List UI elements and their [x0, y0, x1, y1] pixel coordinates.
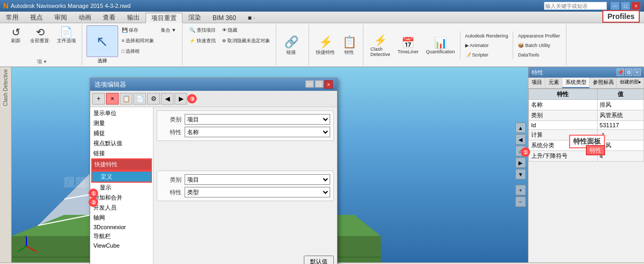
tab-chakan[interactable]: 查看: [97, 12, 121, 23]
pan-down-btn[interactable]: ▼: [515, 169, 526, 180]
btn-find-project[interactable]: 🔍 查找项目: [187, 25, 218, 35]
dialog-paste-btn[interactable]: 📄: [133, 93, 146, 105]
btn-hide[interactable]: 👁 隐藏: [219, 25, 273, 35]
tab-shidian[interactable]: 视点: [24, 12, 49, 23]
tree-item[interactable]: 3Dconnexior: [91, 223, 152, 231]
tree-item[interactable]: 附加和合并: [91, 193, 152, 203]
pan-home-btn[interactable]: ⌂: [515, 146, 526, 156]
dialog-min-btn[interactable]: ─: [305, 80, 314, 88]
pan-left-btn[interactable]: ◀: [515, 134, 526, 145]
spacer: [157, 145, 334, 166]
pan-up-btn[interactable]: ▲: [515, 122, 526, 133]
table-row: 计算-1: [529, 130, 644, 140]
panel-pin-btn[interactable]: 📌: [617, 69, 624, 76]
dialog-settings-btn[interactable]: ⚙: [147, 93, 160, 105]
tree-item[interactable]: 视点默认值: [91, 138, 152, 148]
options-editor-dialog[interactable]: 选项编辑器 ─ □ × + × 📋 📄 ⚙ ◀ ▶ ③: [90, 78, 338, 264]
btn-scripter[interactable]: 📝 Scripter: [463, 51, 511, 59]
panel-tab-xitong[interactable]: 系统类型: [562, 78, 589, 88]
btn-quantification[interactable]: 📊 Quantification: [424, 35, 458, 56]
tree-item[interactable]: ViewCube: [91, 241, 152, 250]
table-row: 上升/下降符号4: [529, 151, 644, 162]
select-prop1[interactable]: 名称: [185, 127, 330, 137]
btn-properties[interactable]: 📋 特性: [339, 34, 360, 58]
panel-tab-yuansu[interactable]: 元素: [545, 78, 562, 88]
dialog-next-btn[interactable]: ▶: [175, 93, 187, 105]
btn-appearance-profiler[interactable]: Appearance Profiler: [515, 32, 563, 40]
tab-donghua[interactable]: 动画: [73, 12, 97, 23]
tree-item[interactable]: 定义: [91, 171, 152, 183]
panel-tab-chuangjian[interactable]: 创建的部▸: [617, 78, 644, 88]
prop-key: 名称: [529, 100, 598, 110]
tree-item[interactable]: 捕捉: [91, 128, 152, 138]
dialog-add-btn[interactable]: +: [92, 93, 105, 105]
panel-float-btn[interactable]: ⧉: [625, 69, 632, 76]
svg-text:Z: Z: [25, 235, 27, 238]
zoom-in-btn[interactable]: +: [515, 185, 526, 195]
btn-cancel-hide[interactable]: ⊗ 取消隐藏未选定对象: [219, 36, 273, 46]
search-input[interactable]: [544, 2, 607, 10]
btn-select-box[interactable]: □ 选择框: [119, 46, 157, 56]
tab-bim360[interactable]: BIM 360: [207, 12, 242, 23]
panel-tab-cankao[interactable]: 参照标高: [590, 78, 617, 88]
tree-item[interactable]: 测量: [91, 118, 152, 128]
svg-text:X: X: [36, 249, 37, 254]
btn-file-options[interactable]: 📄 文件选项: [54, 25, 79, 46]
dialog-max-btn[interactable]: □: [315, 80, 323, 88]
zoom-out-btn[interactable]: −: [515, 196, 526, 207]
panel-close-btn[interactable]: ×: [633, 69, 641, 76]
btn-select[interactable]: ↖: [86, 25, 118, 57]
tab-extra[interactable]: ■ ·: [242, 12, 261, 23]
dialog-copy-btn[interactable]: 📋: [120, 93, 132, 105]
select-prop2[interactable]: 类型: [185, 187, 330, 197]
tree-item[interactable]: 导航栏: [91, 231, 152, 241]
close-btn[interactable]: ×: [631, 2, 641, 10]
pan-right-btn[interactable]: ▶: [515, 157, 526, 168]
dialog-close-btn[interactable]: ×: [324, 80, 333, 89]
dialog-delete-btn[interactable]: ×: [106, 93, 119, 105]
timeliner-icon: 📅: [401, 36, 415, 49]
tab-xiangmu[interactable]: 项目重置: [146, 13, 182, 23]
btn-select-same[interactable]: ≡ 选择相同对象: [119, 36, 157, 46]
tab-shenyue[interactable]: 审阅: [49, 12, 73, 23]
btn-datatools[interactable]: DataTools: [515, 51, 563, 59]
form-group-2: 类别 项目 特性 类型: [157, 171, 334, 201]
title-bar: N Autodesk Navisworks Manage 2015 4-3-2.…: [0, 0, 644, 12]
form-row-category1: 类别 项目: [160, 114, 330, 125]
tree-item[interactable]: 快捷特性: [91, 158, 152, 171]
dialog-body: 显示单位测量捕捉视点默认值链接快捷特性定义显示附加和合并开发人员轴网3Dconn…: [90, 107, 337, 264]
btn-clash[interactable]: ⚡ ClashDetective: [368, 32, 393, 59]
btn-link[interactable]: 🔗 链接: [281, 34, 302, 58]
btn-timeliner[interactable]: 📅 TimeLiner: [395, 35, 421, 56]
panel-tab-xiangmu[interactable]: 项目: [528, 78, 545, 88]
btn-autodesk-rendering[interactable]: Autodesk Rendering: [463, 32, 511, 40]
tab-changyong[interactable]: 常用: [0, 12, 24, 23]
dialog-prev-btn[interactable]: ◀: [161, 93, 174, 105]
dialog-title-text: 选项编辑器: [94, 80, 126, 89]
select-category1[interactable]: 项目: [185, 114, 330, 125]
default-btn[interactable]: 默认值: [304, 256, 334, 264]
tab-shuchu[interactable]: 输出: [121, 12, 146, 23]
btn-batch-utility[interactable]: 📦 Batch Utility: [515, 41, 563, 50]
btn-quick-props[interactable]: ⚡ 快捷特性: [313, 34, 338, 58]
tree-item[interactable]: 显示单位: [91, 108, 152, 118]
btn-quick-find[interactable]: ⚡ 快速查找: [187, 36, 218, 46]
tree-item[interactable]: 链接: [91, 148, 152, 158]
tab-xuanran[interactable]: 渲染: [182, 12, 207, 23]
tree-item[interactable]: 轴网: [91, 213, 152, 223]
prop-col-name: 特性: [529, 89, 598, 100]
select-category2[interactable]: 项目: [185, 174, 330, 185]
prop-value: 4: [597, 151, 643, 162]
label-category2: 类别: [160, 176, 181, 184]
btn-collection[interactable]: 集合 ▼: [158, 25, 179, 35]
btn-save-viewpoint[interactable]: 💾 保存: [119, 25, 157, 35]
btn-refresh[interactable]: ↺ 刷新: [5, 25, 26, 46]
prop-key: 类别: [529, 110, 598, 121]
minimize-btn[interactable]: ─: [610, 2, 620, 10]
btn-reset-all[interactable]: ⟲ 全部重置·: [27, 25, 53, 46]
tree-item[interactable]: 开发人员: [91, 203, 152, 213]
maximize-btn[interactable]: □: [621, 2, 630, 10]
btn-animator[interactable]: ▶ Animator: [463, 41, 511, 50]
tree-item[interactable]: 显示: [91, 183, 152, 193]
svg-text:Y: Y: [17, 249, 20, 254]
